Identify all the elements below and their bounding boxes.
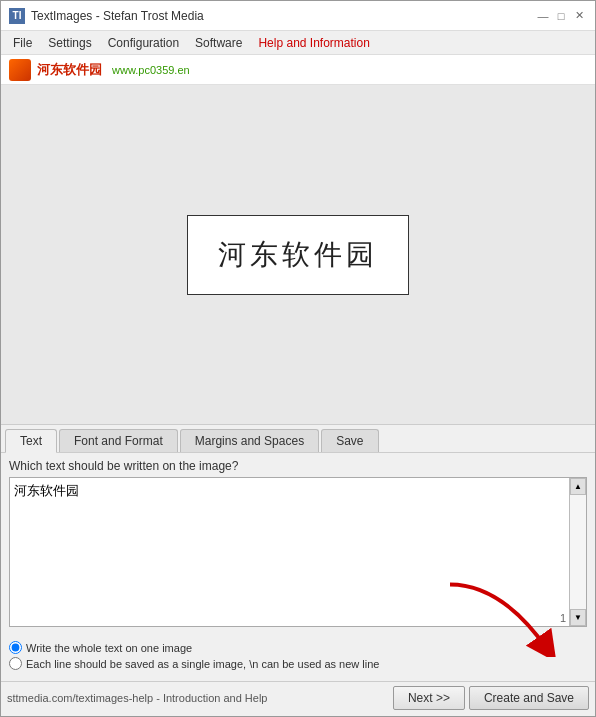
menu-bar: File Settings Configuration Software Hel… [1,31,595,55]
menu-help[interactable]: Help and Information [250,31,377,54]
text-area-wrapper: 河东软件园 ▲ ▼ 1 [9,477,587,627]
action-buttons: Next >> Create and Save [393,686,589,710]
tab-text[interactable]: Text [5,429,57,453]
bottom-panel: Which text should be written on the imag… [1,453,595,681]
help-link[interactable]: sttmedia.com/textimages-help - Introduct… [7,692,267,704]
question-label: Which text should be written on the imag… [9,459,587,473]
tabs-container: Text Font and Format Margins and Spaces … [1,425,595,453]
char-count: 1 [560,612,566,624]
minimize-button[interactable]: — [535,8,551,24]
menu-settings[interactable]: Settings [40,31,99,54]
radio-section: Write the whole text on one image Each l… [9,637,587,675]
scroll-track [570,495,586,609]
logo-site-text: 河东软件园 [37,61,102,79]
text-input[interactable]: 河东软件园 [10,478,586,623]
menu-file[interactable]: File [5,31,40,54]
icon-label: TI [13,10,22,21]
window-title: TextImages - Stefan Trost Media [31,9,204,23]
logo-content: 河东软件园 www.pc0359.en [9,59,190,81]
textarea-container: 河东软件园 ▲ ▼ 1 [9,477,587,627]
radio-row-1: Write the whole text on one image [9,641,587,654]
title-bar: TI TextImages - Stefan Trost Media — □ ✕ [1,1,595,31]
tab-save[interactable]: Save [321,429,378,452]
title-controls: — □ ✕ [535,8,587,24]
maximize-button[interactable]: □ [553,8,569,24]
logo-icon [9,59,31,81]
radio-whole-text-label[interactable]: Write the whole text on one image [26,642,192,654]
radio-each-line-label[interactable]: Each line should be saved as a single im… [26,658,379,670]
app-icon: TI [9,8,25,24]
title-bar-left: TI TextImages - Stefan Trost Media [9,8,204,24]
logo-bar: 河东软件园 www.pc0359.en [1,55,595,85]
preview-image-box: 河东软件园 [187,215,409,295]
next-button[interactable]: Next >> [393,686,465,710]
main-window: TI TextImages - Stefan Trost Media — □ ✕… [0,0,596,717]
tab-font-format[interactable]: Font and Format [59,429,178,452]
close-button[interactable]: ✕ [571,8,587,24]
create-save-button[interactable]: Create and Save [469,686,589,710]
action-bar: sttmedia.com/textimages-help - Introduct… [1,681,595,714]
preview-area: 河东软件园 [1,85,595,425]
menu-software[interactable]: Software [187,31,250,54]
radio-each-line[interactable] [9,657,22,670]
radio-whole-text[interactable] [9,641,22,654]
scroll-up-btn[interactable]: ▲ [570,478,586,495]
radio-row-2: Each line should be saved as a single im… [9,657,587,670]
scrollbar[interactable]: ▲ ▼ [569,478,586,626]
preview-text: 河东软件园 [218,236,378,274]
scroll-down-btn[interactable]: ▼ [570,609,586,626]
tab-margins-spaces[interactable]: Margins and Spaces [180,429,319,452]
menu-configuration[interactable]: Configuration [100,31,187,54]
logo-url-text: www.pc0359.en [112,64,190,76]
